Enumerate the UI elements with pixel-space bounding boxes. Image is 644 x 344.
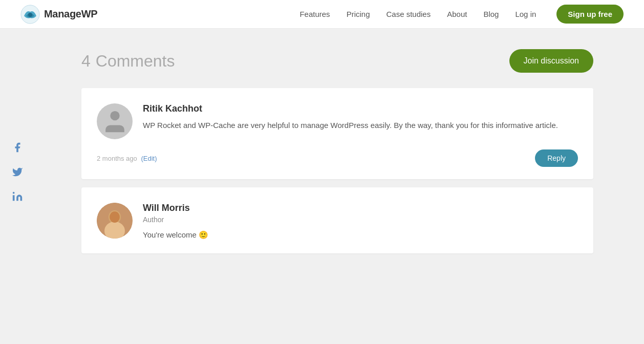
linkedin-icon	[12, 191, 23, 202]
comment-timestamp: 2 months ago	[97, 155, 137, 162]
social-sidebar	[10, 140, 25, 204]
logo-icon	[20, 5, 40, 24]
comment-card: Ritik Kachhot WP Rocket and WP-Cache are…	[81, 88, 593, 179]
nav-pricing[interactable]: Pricing	[347, 10, 370, 18]
svg-point-7	[110, 211, 120, 223]
svg-point-2	[13, 192, 15, 194]
facebook-share-button[interactable]	[10, 140, 25, 155]
comment-top: Ritik Kachhot WP Rocket and WP-Cache are…	[97, 103, 578, 139]
comment-top: Will Morris Author You're welcome 🙂	[97, 203, 578, 241]
main-nav: Features Pricing Case studies About Blog…	[299, 5, 624, 24]
avatar	[97, 103, 133, 139]
twitter-share-button[interactable]	[10, 165, 25, 179]
twitter-icon	[12, 166, 23, 178]
comment-footer: 2 months ago (Edit) Reply	[97, 149, 578, 167]
nav-case-studies[interactable]: Case studies	[386, 10, 431, 18]
comments-label: Comments	[96, 52, 175, 71]
nav-blog[interactable]: Blog	[483, 10, 499, 18]
comment-text: You're welcome 🙂	[143, 229, 578, 241]
nav-login[interactable]: Log in	[515, 10, 536, 18]
nav-features[interactable]: Features	[299, 10, 330, 18]
edit-link[interactable]: (Edit)	[141, 155, 157, 162]
comment-body: Ritik Kachhot WP Rocket and WP-Cache are…	[143, 103, 578, 132]
comments-header: 4 Comments Join discussion	[81, 49, 593, 73]
facebook-icon	[12, 142, 23, 153]
commenter-name: Will Morris	[143, 203, 578, 213]
comments-count: 4	[81, 52, 91, 71]
commenter-role: Author	[143, 216, 578, 224]
comment-text: WP Rocket and WP-Cache are very helpful …	[143, 119, 578, 132]
nav-about[interactable]: About	[447, 10, 467, 18]
svg-point-1	[28, 13, 32, 17]
site-header: ManageWP Features Pricing Case studies A…	[0, 0, 644, 29]
commenter-name: Ritik Kachhot	[143, 103, 578, 114]
reply-button[interactable]: Reply	[535, 149, 578, 167]
svg-point-3	[110, 111, 119, 120]
page-content: 4 Comments Join discussion Ritik Kachhot…	[40, 29, 604, 282]
comment-card: Will Morris Author You're welcome 🙂	[81, 187, 593, 253]
logo[interactable]: ManageWP	[20, 5, 97, 24]
avatar-svg	[97, 203, 133, 239]
comments-title: 4 Comments	[81, 52, 175, 71]
linkedin-share-button[interactable]	[10, 189, 25, 204]
user-avatar-icon	[101, 107, 129, 136]
comment-body: Will Morris Author You're welcome 🙂	[143, 203, 578, 241]
author-avatar-image	[97, 203, 133, 239]
signup-button[interactable]: Sign up free	[556, 5, 624, 24]
join-discussion-button[interactable]: Join discussion	[509, 49, 594, 73]
comment-meta: 2 months ago (Edit)	[97, 155, 157, 162]
logo-text: ManageWP	[44, 8, 97, 20]
avatar	[97, 203, 133, 239]
